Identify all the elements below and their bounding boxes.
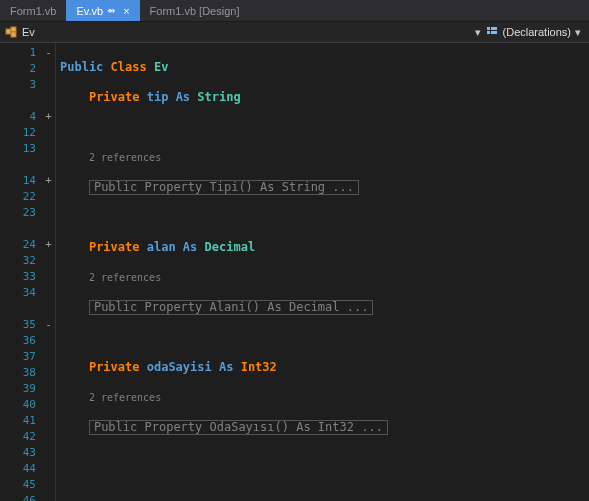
line-number: 42 [0, 429, 42, 445]
line-number: 1 [0, 45, 42, 61]
line-number: 43 [0, 445, 42, 461]
type: Int32 [241, 360, 277, 374]
kw-private: Private [89, 240, 140, 254]
line-number: 36 [0, 333, 42, 349]
line-number: 32 [0, 253, 42, 269]
line-number [0, 221, 42, 237]
line-number: 34 [0, 285, 42, 301]
tab-label: Form1.vb [Design] [150, 5, 240, 17]
tab-ev[interactable]: Ev.vb ⇴ × [66, 0, 139, 21]
kw-as: As [219, 360, 233, 374]
declarations-icon [485, 25, 499, 39]
kw-as: As [183, 240, 197, 254]
line-number [0, 301, 42, 317]
svg-rect-1 [11, 27, 16, 32]
line-number: 3 [0, 77, 42, 93]
var-name: odaSayisi [147, 360, 212, 374]
collapsed-region[interactable]: Public Property OdaSayısı() As Int32 ... [89, 420, 388, 435]
scope-selector[interactable]: (Declarations) [485, 25, 571, 39]
line-number [0, 93, 42, 109]
line-number [0, 157, 42, 173]
navigation-bar: Ev ▾ (Declarations) ▾ [0, 22, 589, 43]
type: String [197, 90, 240, 104]
line-number: 33 [0, 269, 42, 285]
dropdown-icon[interactable]: ▾ [571, 26, 585, 39]
line-number: 24 [0, 237, 42, 253]
tab-form1-design[interactable]: Form1.vb [Design] [140, 0, 250, 21]
line-number: 46 [0, 493, 42, 501]
dropdown-icon[interactable]: ▾ [471, 26, 485, 39]
line-number: 4 [0, 109, 42, 125]
var-name: tip [147, 90, 169, 104]
line-number: 45 [0, 477, 42, 493]
kw-public: Public [60, 60, 103, 74]
svg-rect-6 [491, 31, 497, 34]
line-number: 37 [0, 349, 42, 365]
tab-bar: Form1.vb Ev.vb ⇴ × Form1.vb [Design] [0, 0, 589, 22]
tab-label: Ev.vb [76, 5, 103, 17]
svg-rect-0 [6, 29, 11, 34]
kw-as: As [176, 90, 190, 104]
line-number: 2 [0, 61, 42, 77]
fold-toggle[interactable]: + [42, 237, 55, 253]
line-gutter: 1 2 3 4 12 13 14 22 23 24 32 33 34 35 36… [0, 43, 42, 501]
codelens-references[interactable]: 2 references [89, 392, 161, 403]
fold-toggle[interactable]: + [42, 173, 55, 189]
line-number: 44 [0, 461, 42, 477]
kw-private: Private [89, 360, 140, 374]
scope-label: (Declarations) [503, 26, 571, 38]
code-area[interactable]: Public Class Ev Private tip As String 2 … [56, 43, 589, 501]
codelens-references[interactable]: 2 references [89, 152, 161, 163]
tab-form1[interactable]: Form1.vb [0, 0, 66, 21]
line-number: 22 [0, 189, 42, 205]
collapsed-region[interactable]: Public Property Tipi() As String ... [89, 180, 359, 195]
collapsed-region[interactable]: Public Property Alani() As Decimal ... [89, 300, 374, 315]
kw-class: Class [111, 60, 147, 74]
class-selector[interactable]: Ev [4, 25, 35, 39]
editor: 1 2 3 4 12 13 14 22 23 24 32 33 34 35 36… [0, 43, 589, 501]
fold-toggle[interactable]: + [42, 109, 55, 125]
line-number: 13 [0, 141, 42, 157]
svg-rect-5 [487, 31, 490, 34]
svg-rect-4 [491, 27, 497, 30]
class-icon [4, 25, 18, 39]
fold-toggle[interactable]: - [42, 317, 55, 333]
outline-gutter: - + + + - [42, 43, 56, 501]
line-number: 35 [0, 317, 42, 333]
line-number: 23 [0, 205, 42, 221]
line-number: 12 [0, 125, 42, 141]
svg-rect-2 [11, 32, 16, 37]
class-name: Ev [154, 60, 168, 74]
svg-rect-3 [487, 27, 490, 30]
kw-private: Private [89, 90, 140, 104]
line-number: 38 [0, 365, 42, 381]
line-number: 40 [0, 397, 42, 413]
fold-toggle[interactable]: - [42, 45, 55, 61]
codelens-references[interactable]: 2 references [89, 272, 161, 283]
tab-label: Form1.vb [10, 5, 56, 17]
line-number: 14 [0, 173, 42, 189]
class-label: Ev [22, 26, 35, 38]
close-icon[interactable]: × [123, 5, 129, 17]
pin-icon[interactable]: ⇴ [107, 5, 115, 16]
var-name: alan [147, 240, 176, 254]
type: Decimal [205, 240, 256, 254]
line-number: 39 [0, 381, 42, 397]
line-number: 41 [0, 413, 42, 429]
